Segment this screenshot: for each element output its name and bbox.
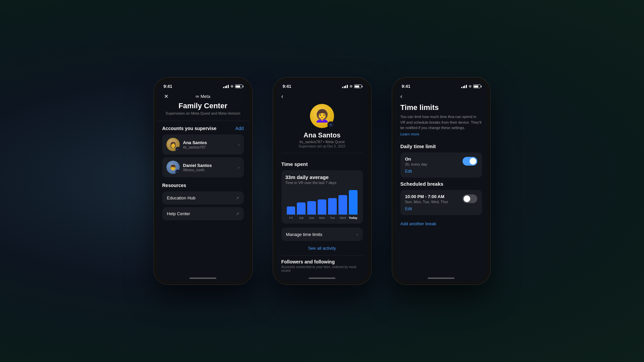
label-sat: Sat	[297, 216, 306, 220]
see-all-activity-button[interactable]: See all activity	[281, 244, 363, 252]
break-row: 10:00 PM - 7:00 AM Sun, Mon, Tue, Wed, T…	[405, 194, 477, 204]
phone-time-limits: 9:41 ⊗ ‹ Time limit	[392, 77, 491, 285]
label-mon: Mon	[318, 216, 326, 220]
home-bar-line-3	[428, 278, 454, 279]
daily-limit-detail: 2h, every day	[405, 162, 427, 166]
profile-username: its_santos787 • Meta Quest	[300, 140, 345, 144]
help-center-item[interactable]: Help Center ↗	[162, 207, 244, 220]
break-edit-button[interactable]: Edit	[405, 206, 477, 211]
chevron-right-icon-manage: ›	[357, 232, 358, 237]
wifi-icon-3: ⊗	[469, 84, 472, 88]
arrow-upright-icon-help: ↗	[236, 212, 239, 216]
status-icons-1: ⊗	[223, 84, 243, 88]
break-days: Sun, Mon, Tue, Wed, Thur	[405, 200, 448, 204]
bar-today	[349, 190, 358, 215]
followers-description: Accounts connected to your teen, ordered…	[281, 265, 363, 273]
status-bar-2: 9:41 ⊗	[276, 80, 368, 91]
time-average: 33m daily average	[285, 174, 359, 180]
daily-limit-toggle[interactable]	[463, 157, 477, 166]
signal-icon-3	[461, 85, 467, 88]
break-toggle[interactable]	[463, 194, 477, 203]
manage-time-label: Manage time limits	[286, 232, 322, 237]
activity-body: Time spent 33m daily average Time in VR …	[276, 157, 368, 275]
manage-time-limits-item[interactable]: Manage time limits ›	[281, 228, 363, 241]
status-bar-3: 9:41 ⊗	[395, 80, 487, 91]
scheduled-breaks-section-title: Scheduled breaks	[400, 181, 482, 187]
time-card: 33m daily average Time in VR over the la…	[281, 170, 363, 224]
resources-section-title: Resources	[162, 183, 244, 188]
chevron-right-icon-ana: ›	[238, 142, 240, 147]
home-bar-2	[276, 275, 368, 282]
face-icon-ana: 👩	[170, 141, 176, 148]
add-account-button[interactable]: Add	[235, 126, 244, 131]
phone-family-center: 9:41 ⊗	[154, 77, 253, 285]
education-hub-item[interactable]: Education Hub ↗	[162, 191, 244, 204]
meta-badge-daniel: ∞	[175, 170, 180, 174]
phone-activity: 9:41 ⊗ ‹	[273, 77, 372, 285]
home-bar-line-1	[190, 278, 216, 279]
battery-icon-1	[235, 84, 243, 88]
profile-name: Ana Santos	[304, 131, 340, 139]
account-name-daniel: Daniel Santos	[183, 163, 238, 168]
wifi-icon-1: ⊗	[230, 84, 233, 88]
close-button[interactable]: ✕	[162, 92, 170, 100]
activity-chart	[285, 185, 359, 215]
status-icons-2: ⊗	[342, 84, 362, 88]
family-center-subtitle: Supervision on Meta Quest and Meta Horiz…	[166, 111, 240, 115]
arrow-upright-icon-education: ↗	[236, 196, 239, 200]
bar-fri	[287, 206, 296, 215]
meta-badge-ana: ∞	[175, 147, 180, 151]
avatar-daniel: 👦 ∞	[166, 161, 180, 174]
account-item-ana[interactable]: 👩 ∞ Ana Santos its_santos787 ›	[162, 134, 244, 155]
battery-icon-2	[354, 84, 362, 88]
status-time-3: 9:41	[402, 84, 411, 89]
accounts-section-header: Accounts you supervise Add	[162, 126, 244, 131]
account-info-ana: Ana Santos its_santos787	[183, 140, 238, 149]
add-another-break-button[interactable]: Add another break	[400, 219, 482, 229]
status-icons-3: ⊗	[461, 84, 481, 88]
phones-container: 9:41 ⊗	[154, 77, 491, 285]
signal-icon-2	[342, 85, 348, 88]
label-tue: Tue	[328, 216, 337, 220]
home-bar-3	[395, 275, 487, 282]
time-limits-title: Time limits	[400, 103, 482, 112]
back-button-2[interactable]: ‹	[281, 93, 283, 100]
meta-symbol-icon: ∞	[196, 94, 199, 99]
activity-header: ‹ 👩‍🦱 ∞ Ana Santos its_santos787 • Meta …	[276, 91, 368, 157]
signal-icon-1	[223, 85, 229, 88]
meta-wordmark: Meta	[201, 94, 210, 99]
account-username-ana: its_santos787	[183, 145, 238, 149]
profile-section: 👩‍🦱 ∞ Ana Santos its_santos787 • Meta Qu…	[281, 104, 363, 153]
bar-sat	[297, 202, 306, 215]
avatar-ana: 👩 ∞	[166, 138, 180, 151]
resources-section: Resources Education Hub ↗ Help Center ↗	[162, 183, 244, 220]
time-limits-body: Daily time limit On 2h, every day Edit	[395, 139, 487, 275]
label-sun: Sun	[307, 216, 316, 220]
status-time-1: 9:41	[164, 84, 172, 89]
bar-wed	[338, 195, 347, 215]
daily-limit-row: On 2h, every day	[405, 157, 477, 166]
meta-logo: ∞ Meta	[196, 94, 210, 99]
break-time: 10:00 PM - 7:00 AM	[405, 194, 448, 199]
account-name-ana: Ana Santos	[183, 140, 238, 145]
toggle-knob-break	[464, 195, 470, 202]
break-info: 10:00 PM - 7:00 AM Sun, Mon, Tue, Wed, T…	[405, 194, 448, 204]
daily-limit-edit-button[interactable]: Edit	[405, 169, 477, 174]
label-today: Today	[349, 216, 358, 220]
account-info-daniel: Daniel Santos 99nino_north	[183, 163, 238, 172]
back-button-3[interactable]: ‹	[400, 93, 402, 100]
education-hub-label: Education Hub	[167, 195, 196, 200]
profile-meta-badge: ∞	[327, 121, 334, 128]
profile-avatar: 👩‍🦱 ∞	[310, 104, 334, 128]
status-time-2: 9:41	[283, 84, 291, 89]
learn-more-link[interactable]: Learn more	[400, 132, 482, 136]
family-center-title: Family Center	[178, 102, 227, 110]
family-center-header: ✕ ∞ Meta Family Center Supervision on Me…	[157, 91, 249, 121]
account-item-daniel[interactable]: 👦 ∞ Daniel Santos 99nino_north ›	[162, 157, 244, 177]
help-center-label: Help Center	[167, 211, 190, 216]
label-fri: Fri	[287, 216, 296, 220]
daily-limit-card: On 2h, every day Edit	[400, 153, 482, 178]
bar-tue	[328, 198, 337, 215]
followers-title: Followers and following	[281, 259, 363, 264]
profile-setup-date: Supervision set up Dec 5, 2022	[299, 144, 345, 148]
